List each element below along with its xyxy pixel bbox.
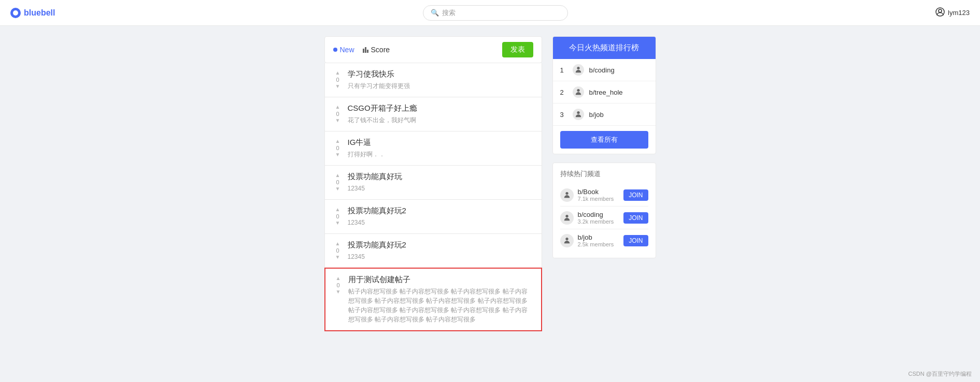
popular-info: b/Book 7.1k members xyxy=(578,188,620,202)
popular-channel-name: b/coding xyxy=(578,211,620,218)
tab-new-dot xyxy=(333,48,337,52)
vote-column: ▲ 0 ▼ xyxy=(333,206,343,227)
post-card[interactable]: ▲ 0 ▼ IG牛逼 打得好啊．． xyxy=(324,131,542,166)
vote-down-icon[interactable]: ▼ xyxy=(335,118,340,123)
post-card[interactable]: ▲ 0 ▼ 学习使我快乐 只有学习才能变得更强 xyxy=(324,63,542,97)
post-subtitle: 12345 xyxy=(348,252,533,261)
vote-down-icon[interactable]: ▼ xyxy=(335,221,340,226)
popular-members: 7.1k members xyxy=(578,196,620,202)
rank-item[interactable]: 2 b/tree_hole xyxy=(553,81,656,104)
post-title: CSGO开箱子好上瘾 xyxy=(348,104,533,113)
vote-up-icon[interactable]: ▲ xyxy=(335,70,340,76)
search-box[interactable]: 🔍 搜索 xyxy=(423,5,568,21)
join-button[interactable]: JOIN xyxy=(623,189,648,201)
post-content: 学习使我快乐 只有学习才能变得更强 xyxy=(348,69,533,91)
vote-count: 0 xyxy=(336,282,339,288)
tab-score-label: Score xyxy=(371,46,390,54)
feed-tabs: New Score 发表 xyxy=(324,36,542,63)
popular-channels-card: 持续热门频道 b/Book 7.1k members JOIN b/coding… xyxy=(552,163,656,258)
svg-point-7 xyxy=(565,214,568,217)
popular-members: 2.5k members xyxy=(578,241,620,247)
vote-down-icon[interactable]: ▼ xyxy=(335,186,340,192)
search-container: 🔍 搜索 xyxy=(55,5,935,21)
search-placeholder: 搜索 xyxy=(442,8,456,18)
popular-list: b/Book 7.1k members JOIN b/coding 3.2k m… xyxy=(560,184,648,252)
view-all-button[interactable]: 查看所有 xyxy=(560,131,648,149)
post-title: 投票功能真好玩2 xyxy=(348,206,533,216)
vote-down-icon[interactable]: ▼ xyxy=(335,152,340,157)
channel-name: b/job xyxy=(589,111,604,119)
post-subtitle: 12345 xyxy=(348,184,533,193)
post-content: 投票功能真好玩2 12345 xyxy=(348,240,533,261)
post-list: ▲ 0 ▼ 学习使我快乐 只有学习才能变得更强 ▲ 0 ▼ CSGO开箱子好上瘾… xyxy=(324,63,542,331)
vote-up-icon[interactable]: ▲ xyxy=(336,276,341,281)
vote-count: 0 xyxy=(336,111,339,117)
post-card[interactable]: ▲ 0 ▼ CSGO开箱子好上瘾 花了钱不出金，我好气啊 xyxy=(324,97,542,131)
post-card[interactable]: ▲ 0 ▼ 用于测试创建帖子 帖子内容想写很多 帖子内容想写很多 帖子内容想写很… xyxy=(324,268,542,331)
join-button[interactable]: JOIN xyxy=(623,212,648,224)
popular-item: b/job 2.5k members JOIN xyxy=(560,229,648,252)
footer-watermark: CSDN @百里守约学编程 xyxy=(908,370,972,378)
svg-point-3 xyxy=(577,67,579,69)
vote-count: 0 xyxy=(336,213,339,219)
svg-point-5 xyxy=(577,111,579,114)
vote-up-icon[interactable]: ▲ xyxy=(335,173,340,178)
rank-item[interactable]: 1 b/coding xyxy=(553,59,656,81)
channel-icon xyxy=(573,86,584,98)
vote-count: 0 xyxy=(336,145,339,151)
popular-channel-icon xyxy=(560,211,574,225)
svg-point-4 xyxy=(577,89,579,92)
user-name: lym123 xyxy=(948,9,970,17)
svg-point-8 xyxy=(565,237,568,240)
rank-item[interactable]: 3 b/job xyxy=(553,104,656,126)
vote-up-icon[interactable]: ▲ xyxy=(335,139,340,144)
vote-down-icon[interactable]: ▼ xyxy=(335,255,340,260)
logo[interactable]: bluebell xyxy=(10,8,55,18)
tabs-left: New Score xyxy=(333,45,390,55)
post-card[interactable]: ▲ 0 ▼ 投票功能真好玩 12345 xyxy=(324,166,542,200)
post-content: 投票功能真好玩2 12345 xyxy=(348,206,533,227)
hot-channels-title: 今日火热频道排行榜 xyxy=(553,37,656,59)
post-title: 投票功能真好玩2 xyxy=(348,240,533,250)
tab-new-label: New xyxy=(340,46,354,54)
vote-down-icon[interactable]: ▼ xyxy=(336,289,341,295)
vote-column: ▲ 0 ▼ xyxy=(333,69,343,91)
header-user[interactable]: lym123 xyxy=(935,7,970,18)
popular-info: b/job 2.5k members xyxy=(578,233,620,247)
post-content: 投票功能真好玩 12345 xyxy=(348,172,533,193)
vote-column: ▲ 0 ▼ xyxy=(333,138,343,159)
join-button[interactable]: JOIN xyxy=(623,235,648,246)
post-title: IG牛逼 xyxy=(348,138,533,148)
svg-point-0 xyxy=(13,10,18,16)
vote-column: ▲ 0 ▼ xyxy=(334,275,343,324)
post-content: CSGO开箱子好上瘾 花了钱不出金，我好气啊 xyxy=(348,104,533,125)
tab-score[interactable]: Score xyxy=(363,45,390,55)
popular-members: 3.2k members xyxy=(578,218,620,225)
vote-up-icon[interactable]: ▲ xyxy=(335,241,340,246)
popular-channel-icon xyxy=(560,188,574,202)
channel-icon xyxy=(573,64,584,76)
popular-item: b/coding 3.2k members JOIN xyxy=(560,207,648,229)
vote-count: 0 xyxy=(336,77,339,83)
post-subtitle: 帖子内容想写很多 帖子内容想写很多 帖子内容想写很多 帖子内容想写很多 帖子内容… xyxy=(348,287,533,324)
vote-up-icon[interactable]: ▲ xyxy=(335,207,340,212)
vote-column: ▲ 0 ▼ xyxy=(333,240,343,261)
publish-button[interactable]: 发表 xyxy=(502,42,533,57)
main-container: New Score 发表 ▲ 0 ▼ 学习使我快乐 只有 xyxy=(0,26,980,342)
rank-number: 2 xyxy=(560,89,567,96)
popular-channel-name: b/job xyxy=(578,233,620,241)
post-subtitle: 花了钱不出金，我好气啊 xyxy=(348,115,533,125)
channel-name: b/tree_hole xyxy=(589,89,623,96)
vote-up-icon[interactable]: ▲ xyxy=(335,105,340,110)
post-content: IG牛逼 打得好啊．． xyxy=(348,138,533,159)
popular-info: b/coding 3.2k members xyxy=(578,211,620,225)
post-card[interactable]: ▲ 0 ▼ 投票功能真好玩2 12345 xyxy=(324,234,542,268)
tab-new[interactable]: New xyxy=(333,45,354,55)
post-subtitle: 只有学习才能变得更强 xyxy=(348,81,533,91)
logo-text: bluebell xyxy=(24,8,55,18)
post-card[interactable]: ▲ 0 ▼ 投票功能真好玩2 12345 xyxy=(324,200,542,234)
vote-count: 0 xyxy=(336,179,339,185)
vote-down-icon[interactable]: ▼ xyxy=(335,84,340,89)
vote-column: ▲ 0 ▼ xyxy=(333,104,343,125)
popular-section-title: 持续热门频道 xyxy=(560,169,648,179)
